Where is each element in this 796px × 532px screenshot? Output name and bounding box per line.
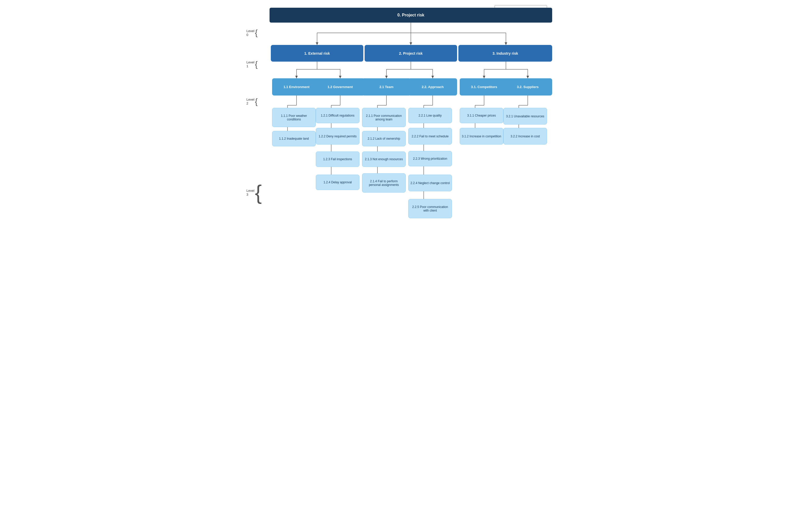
node-l3-223: 2.2.3 Wrong prioritization	[408, 151, 452, 166]
level2-label: Level 2 {	[246, 92, 258, 110]
node-l3-222: 2.2.2 Fail to meet schedule	[408, 128, 452, 145]
svg-marker-25	[526, 76, 529, 78]
node-l3-214: 2.1.4 Fail to perform personal assignmen…	[362, 173, 406, 193]
node-l2-approach: 2.2. Approach	[408, 78, 457, 96]
node-root: 0. Project risk	[270, 8, 552, 23]
level1-label: Level 1 {	[246, 55, 258, 73]
node-l3-211: 2.1.1 Poor communication among team	[362, 108, 406, 127]
node-l3-225: 2.2.5 Poor communication with client	[408, 199, 452, 218]
node-l1-external: 1. External risk	[271, 45, 363, 62]
node-l3-213: 2.1.3 Not enough resources	[362, 151, 406, 167]
node-l3-121: 1.2.1 Difficult regulations	[316, 108, 359, 123]
svg-marker-7	[505, 42, 507, 45]
node-l2-government: 1.2 Government	[316, 78, 365, 96]
svg-marker-12	[295, 76, 298, 78]
node-l3-322: 3.2.2 Increase in cost	[503, 128, 547, 145]
level0-label: Level 0 {	[246, 26, 258, 40]
node-l1-project: 2. Project risk	[365, 45, 457, 62]
node-l3-224: 2.2.4 Neglect change control	[408, 175, 452, 191]
svg-marker-24	[483, 76, 485, 78]
node-l2-environment: 1.1 Environment	[272, 78, 321, 96]
node-l3-122: 1.2.2 Deny required permits	[316, 128, 359, 145]
node-l1-industry: 3. Industry risk	[458, 45, 552, 62]
level3-label: Level 3 {	[246, 132, 262, 252]
node-l3-123: 1.2.3 Fail inspections	[316, 151, 359, 167]
svg-marker-19	[431, 76, 434, 78]
svg-marker-6	[410, 42, 412, 45]
node-l2-team: 2.1 Team	[362, 78, 411, 96]
node-l3-111: 1.1.1 Poor weather conditions	[272, 108, 316, 127]
node-l3-312: 3.1.2 Increase in competition	[460, 128, 503, 145]
node-l3-212: 2.1.2 Lack of ownership	[362, 131, 406, 146]
node-l3-112: 1.1.2 Inadequate land	[272, 131, 316, 146]
svg-marker-5	[316, 42, 318, 45]
svg-marker-18	[385, 76, 388, 78]
node-l3-321: 3.2.1 Unavailable resources	[503, 108, 547, 125]
node-l3-124: 1.2.4 Delay approval	[316, 175, 359, 190]
node-l3-221: 2.2.1 Low quality	[408, 108, 452, 123]
node-l3-311: 3.1.1 Cheaper prices	[460, 108, 503, 123]
node-l2-suppliers: 3.2. Suppliers	[503, 78, 552, 96]
svg-marker-13	[339, 76, 341, 78]
node-l2-competitors: 3.1. Competitors	[460, 78, 508, 96]
